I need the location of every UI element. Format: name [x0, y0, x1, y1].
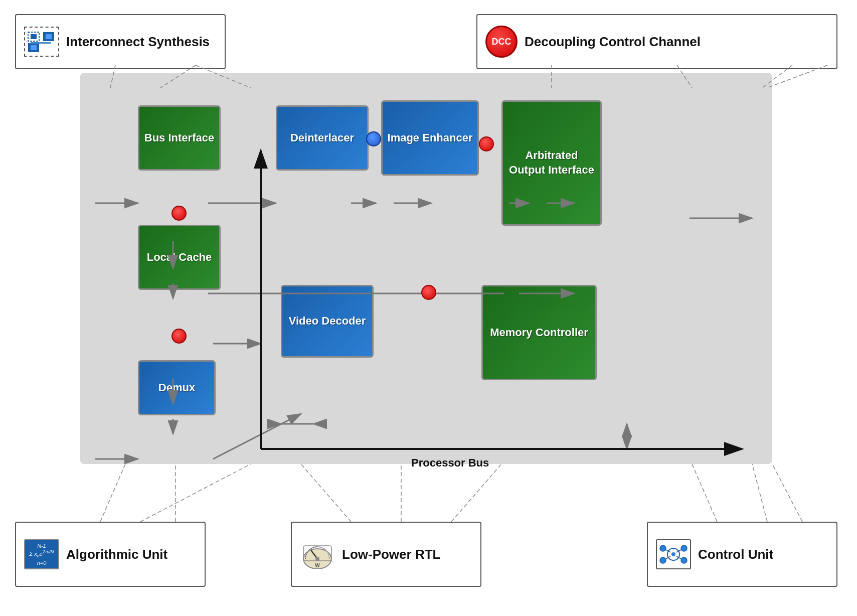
- algorithmic-unit-legend: N-1Σ xne2πi/Nn=0 Algorithmic Unit: [15, 522, 206, 587]
- svg-rect-40: [31, 34, 37, 39]
- local-cache-label: Local Cache: [147, 250, 212, 265]
- image-enhancer-label: Image Enhancer: [388, 131, 473, 145]
- interconnect-synthesis-legend: Interconnect Synthesis: [15, 14, 226, 69]
- dcc-label: Decoupling Control Channel: [525, 34, 701, 50]
- control-unit-legend: Control Unit: [647, 522, 837, 587]
- gauge-icon: W: [300, 539, 335, 569]
- algo-formula: N-1Σ xne2πi/Nn=0: [30, 542, 54, 566]
- svg-line-14: [752, 464, 767, 522]
- svg-line-10: [301, 464, 351, 522]
- video-decoder-label: Video Decoder: [289, 314, 366, 329]
- deinterlacer-label: Deinterlacer: [290, 131, 354, 145]
- interconnect-svg: [26, 28, 58, 56]
- svg-line-12: [451, 464, 501, 522]
- bus-interface-block: Bus Interface: [138, 105, 221, 171]
- gauge-svg: W: [300, 540, 334, 569]
- blue-dot-1: [366, 131, 381, 146]
- dcc-dot-3: [479, 136, 494, 151]
- dcc-dot-1: [172, 206, 187, 221]
- dcc-badge-text: DCC: [492, 37, 511, 47]
- bus-interface-label: Bus Interface: [144, 131, 214, 145]
- dcc-badge: DCC: [485, 26, 518, 58]
- local-cache-block: Local Cache: [138, 225, 221, 290]
- dcc-dot-4: [421, 285, 436, 300]
- svg-point-55: [681, 557, 687, 563]
- arbitrated-output-label: Arbitrated Output Interface: [507, 148, 596, 177]
- svg-point-47: [315, 557, 319, 561]
- dcc-legend: DCC Decoupling Control Channel: [476, 14, 837, 69]
- svg-rect-45: [31, 42, 51, 44]
- interconnect-icon: [24, 27, 59, 57]
- demux-label: Demux: [158, 381, 195, 395]
- control-svg: [657, 540, 690, 568]
- svg-rect-42: [46, 34, 52, 39]
- interconnect-synthesis-label: Interconnect Synthesis: [66, 34, 210, 50]
- arbitrated-output-block: Arbitrated Output Interface: [501, 100, 602, 226]
- svg-point-53: [681, 545, 687, 551]
- image-enhancer-block: Image Enhancer: [381, 100, 479, 176]
- svg-text:W: W: [315, 563, 320, 568]
- memory-controller-block: Memory Controller: [481, 285, 597, 380]
- memory-controller-label: Memory Controller: [490, 326, 588, 340]
- algorithmic-unit-label: Algorithmic Unit: [66, 547, 167, 562]
- svg-point-51: [671, 552, 675, 556]
- svg-line-15: [772, 464, 802, 522]
- algo-icon: N-1Σ xne2πi/Nn=0: [24, 539, 59, 569]
- deinterlacer-block: Deinterlacer: [276, 105, 369, 171]
- lowpower-rtl-label: Low-Power RTL: [342, 547, 440, 562]
- svg-line-13: [692, 464, 717, 522]
- control-icon: [656, 539, 691, 569]
- svg-point-52: [660, 545, 666, 551]
- svg-line-7: [100, 464, 125, 522]
- svg-rect-44: [31, 45, 37, 50]
- processor-bus-label: Processor Bus: [411, 456, 489, 470]
- video-decoder-block: Video Decoder: [281, 285, 374, 358]
- control-unit-label: Control Unit: [698, 547, 773, 562]
- lowpower-rtl-legend: W Low-Power RTL: [291, 522, 481, 587]
- svg-line-9: [140, 464, 251, 522]
- dcc-dot-2: [172, 329, 187, 344]
- svg-point-54: [660, 557, 666, 563]
- demux-block: Demux: [138, 360, 216, 415]
